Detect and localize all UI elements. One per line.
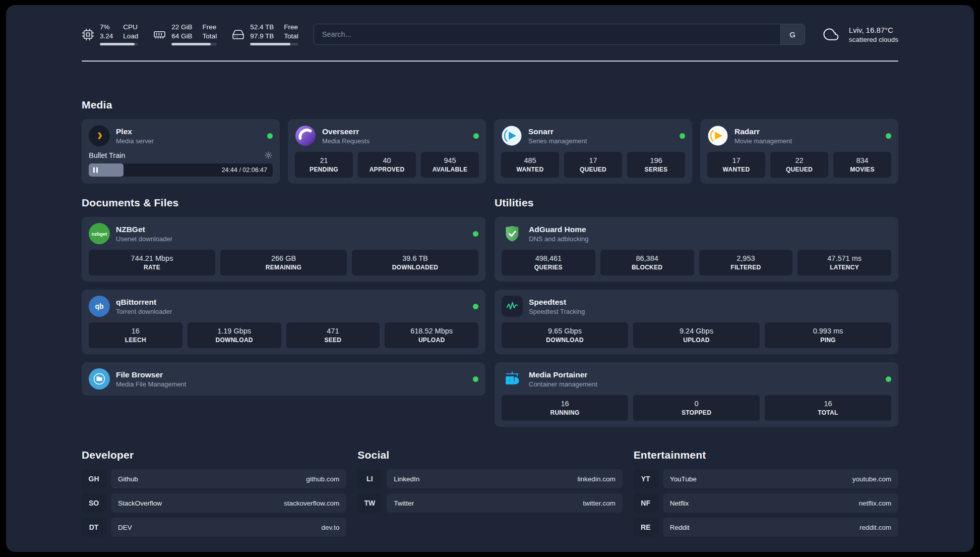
stat-queued: 22QUEUED [770,152,828,178]
sonarr-card[interactable]: Sonarr Series management 485WANTED 17QUE… [494,119,692,184]
playback-progress-bar[interactable]: 24:44 / 02:06:47 [89,163,273,177]
stat-blocked: 86,384BLOCKED [600,250,694,275]
app-name: File Browser [116,370,467,379]
bookmark-row-github: GH Github github.com [82,469,346,488]
app-subtitle: Media server [116,137,261,145]
bookmark-link-dev[interactable]: DEV dev.to [111,518,346,537]
bookmark-link-twitter[interactable]: Twitter twitter.com [387,493,622,513]
bookmark-link-reddit[interactable]: Reddit reddit.com [663,518,898,537]
status-dot [473,133,479,139]
ram-bar [171,43,217,45]
qbittorrent-icon: qb [89,296,110,317]
search-engine-button[interactable]: G [780,24,805,44]
bookmark-abbr: NF [634,493,658,513]
weather-widget: Lviv, 16.87°C scattered clouds [820,26,898,43]
radarr-icon [707,125,728,146]
cpu-label: CPU [123,23,138,31]
weather-location: Lviv, 16.87°C [849,26,898,34]
stat-queued: 17QUEUED [564,152,622,178]
sonarr-icon [501,125,522,146]
stat-download: 9.65 GbpsDOWNLOAD [502,322,628,348]
gear-icon[interactable] [264,151,273,159]
search-input[interactable] [314,24,780,44]
app-subtitle: Media File Management [116,380,467,388]
overseerr-card[interactable]: Overseerr Media Requests 21PENDING 40APP… [288,119,486,184]
bookmark-abbr: LI [357,469,382,488]
app-subtitle: Container management [529,380,880,388]
playback-time: 24:44 / 02:06:47 [222,166,267,174]
ram-total-value: 64 GiB [171,32,192,40]
cpu-usage-value: 7% [100,23,113,31]
plex-icon [89,125,110,146]
qbittorrent-card[interactable]: qb qBittorrent Torrent downloader 16LEEC… [82,290,485,354]
pause-icon[interactable] [93,168,98,173]
cpu-widget: 7% 3.24 CPU Load [82,23,138,45]
bookmark-abbr: SO [82,493,106,513]
app-name: NZBGet [116,225,467,234]
plex-card[interactable]: Plex Media server Bullet Train [82,119,280,184]
adguard-shield-icon [502,223,523,244]
documents-section: Documents & Files nzbget NZBGet Usenet d… [82,197,485,396]
filebrowser-card[interactable]: File Browser Media File Management [82,362,485,396]
section-title-documents: Documents & Files [82,197,485,209]
bookmark-link-linkedin[interactable]: LinkedIn linkedin.com [387,469,622,488]
stat-stopped: 0STOPPED [633,395,760,421]
stat-filtered: 2,953FILTERED [699,250,793,275]
ram-widget: 22 GiB 64 GiB Free Total [153,23,217,45]
hard-drive-icon [232,28,244,41]
bookmark-row-linkedin: LI LinkedIn linkedin.com [357,469,622,488]
bookmark-row-dev: DT DEV dev.to [82,518,346,537]
stat-series: 196SERIES [627,152,685,178]
app-name: qBittorrent [116,298,467,307]
system-widgets: 7% 3.24 CPU Load [82,23,298,45]
app-name: AdGuard Home [529,225,891,234]
bookmark-link-youtube[interactable]: YouTube youtube.com [663,469,898,488]
bookmark-row-reddit: RE Reddit reddit.com [634,518,898,537]
topbar: 7% 3.24 CPU Load [82,23,898,45]
portainer-card[interactable]: Media Portainer Container management 16R… [495,362,898,427]
cpu-load-label: Load [123,32,138,40]
stat-upload: 9.24 GbpsUPLOAD [633,322,760,348]
cpu-load-value: 3.24 [100,32,113,40]
bookmark-abbr: TW [357,493,382,513]
cpu-bar [100,43,138,45]
now-playing-title: Bullet Train [89,151,126,159]
bookmark-abbr: DT [82,518,106,537]
status-dot [473,304,478,309]
nzbget-card[interactable]: nzbget NZBGet Usenet downloader 744.21 M… [82,217,485,282]
status-dot [886,133,891,139]
ram-free-value: 22 GiB [171,23,192,31]
filebrowser-icon [89,368,110,389]
dashboard-screen: 7% 3.24 CPU Load [0,0,980,557]
app-name: Overseerr [322,127,467,136]
radarr-card[interactable]: Radarr Movie management 17WANTED 22QUEUE… [700,119,898,184]
stat-leech: 16LEECH [89,322,182,348]
app-name: Plex [116,127,261,136]
stat-rate: 744.21 MbpsRATE [89,250,215,275]
topbar-divider [82,61,898,62]
app-subtitle: Series management [528,137,673,145]
stat-seed: 471SEED [286,322,380,348]
stat-movies: 834MOVIES [833,152,891,178]
social-section: Social LI LinkedIn linkedin.com TW Twitt… [357,449,622,537]
weather-condition: scattered clouds [849,36,898,43]
overseerr-icon [295,125,316,146]
speedtest-card[interactable]: Speedtest Speedtest Tracking 9.65 GbpsDO… [495,290,898,354]
ram-total-label: Total [203,32,217,40]
stat-wanted: 485WANTED [501,152,559,178]
app-name: Media Portainer [529,370,880,379]
status-dot [267,133,273,139]
ram-icon [153,28,166,41]
section-title-utilities: Utilities [495,197,898,209]
disk-bar [250,43,298,45]
section-title-developer: Developer [82,449,346,461]
ram-free-label: Free [203,23,217,31]
section-title-media: Media [82,99,898,111]
disk-free-label: Free [284,23,298,31]
bookmark-link-stackoverflow[interactable]: StackOverflow stackoverflow.com [111,493,346,513]
bookmark-link-netflix[interactable]: Netflix netflix.com [663,493,898,513]
bookmark-link-github[interactable]: Github github.com [111,469,346,488]
dashboard-panel: 7% 3.24 CPU Load [6,5,974,552]
adguard-card[interactable]: AdGuard Home DNS and adblocking 498,461Q… [495,217,898,282]
stat-total: 16TOTAL [765,395,891,421]
